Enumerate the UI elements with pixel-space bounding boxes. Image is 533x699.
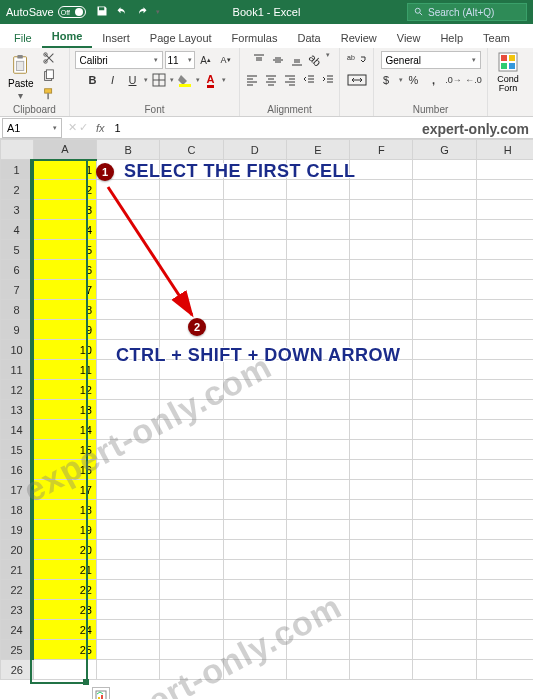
cell-D20[interactable] bbox=[223, 540, 286, 560]
cell-G14[interactable] bbox=[413, 420, 476, 440]
cell-C3[interactable] bbox=[160, 200, 223, 220]
cell-B1[interactable] bbox=[97, 160, 160, 180]
row-header-16[interactable]: 16 bbox=[1, 460, 34, 480]
cell-F5[interactable] bbox=[350, 240, 413, 260]
quick-analysis-button[interactable] bbox=[92, 687, 110, 699]
cell-H18[interactable] bbox=[476, 500, 533, 520]
cell-E21[interactable] bbox=[286, 560, 349, 580]
cell-F10[interactable] bbox=[350, 340, 413, 360]
cell-B2[interactable] bbox=[97, 180, 160, 200]
cell-C1[interactable] bbox=[160, 160, 223, 180]
cell-F8[interactable] bbox=[350, 300, 413, 320]
align-left-button[interactable] bbox=[243, 71, 261, 89]
tab-view[interactable]: View bbox=[387, 28, 431, 48]
cell-C9[interactable] bbox=[160, 320, 223, 340]
font-name-select[interactable]: Calibri▾ bbox=[75, 51, 163, 69]
row-header-21[interactable]: 21 bbox=[1, 560, 34, 580]
cell-D16[interactable] bbox=[223, 460, 286, 480]
cell-B21[interactable] bbox=[97, 560, 160, 580]
cell-C8[interactable] bbox=[160, 300, 223, 320]
underline-button[interactable]: U bbox=[124, 71, 142, 89]
cell-F3[interactable] bbox=[350, 200, 413, 220]
cell-F13[interactable] bbox=[350, 400, 413, 420]
col-header-C[interactable]: C bbox=[160, 140, 223, 160]
decrease-font-button[interactable]: A▾ bbox=[217, 51, 235, 69]
cell-H11[interactable] bbox=[476, 360, 533, 380]
cell-G11[interactable] bbox=[413, 360, 476, 380]
cell-H9[interactable] bbox=[476, 320, 533, 340]
tab-file[interactable]: File bbox=[4, 28, 42, 48]
cell-E19[interactable] bbox=[286, 520, 349, 540]
cell-E22[interactable] bbox=[286, 580, 349, 600]
italic-button[interactable]: I bbox=[104, 71, 122, 89]
row-header-7[interactable]: 7 bbox=[1, 280, 34, 300]
cell-G7[interactable] bbox=[413, 280, 476, 300]
paste-button[interactable]: Paste ▾ bbox=[4, 51, 38, 103]
align-top-button[interactable] bbox=[250, 51, 268, 69]
chevron-down-icon[interactable]: ▾ bbox=[222, 76, 226, 84]
cell-D24[interactable] bbox=[223, 620, 286, 640]
row-header-22[interactable]: 22 bbox=[1, 580, 34, 600]
tab-team[interactable]: Team bbox=[473, 28, 520, 48]
cell-G2[interactable] bbox=[413, 180, 476, 200]
cell-F17[interactable] bbox=[350, 480, 413, 500]
cell-E9[interactable] bbox=[286, 320, 349, 340]
cell-E17[interactable] bbox=[286, 480, 349, 500]
bold-button[interactable]: B bbox=[84, 71, 102, 89]
cell-C6[interactable] bbox=[160, 260, 223, 280]
autosave-toggle[interactable]: AutoSave Off bbox=[6, 6, 86, 18]
cell-A12[interactable]: 12 bbox=[33, 380, 96, 400]
copy-icon[interactable] bbox=[42, 69, 56, 85]
cell-B17[interactable] bbox=[97, 480, 160, 500]
cell-A5[interactable]: 5 bbox=[33, 240, 96, 260]
row-header-14[interactable]: 14 bbox=[1, 420, 34, 440]
cell-A6[interactable]: 6 bbox=[33, 260, 96, 280]
cell-F2[interactable] bbox=[350, 180, 413, 200]
row-header-17[interactable]: 17 bbox=[1, 480, 34, 500]
cancel-formula-icon[interactable]: ✕ bbox=[68, 121, 77, 134]
cell-F1[interactable] bbox=[350, 160, 413, 180]
cut-icon[interactable] bbox=[42, 51, 56, 67]
col-header-G[interactable]: G bbox=[413, 140, 476, 160]
cell-G15[interactable] bbox=[413, 440, 476, 460]
cell-E6[interactable] bbox=[286, 260, 349, 280]
cell-F7[interactable] bbox=[350, 280, 413, 300]
cell-H6[interactable] bbox=[476, 260, 533, 280]
fx-button[interactable]: fx bbox=[92, 122, 109, 134]
cell-G17[interactable] bbox=[413, 480, 476, 500]
cell-H3[interactable] bbox=[476, 200, 533, 220]
cell-G1[interactable] bbox=[413, 160, 476, 180]
accounting-format-button[interactable]: $ bbox=[379, 71, 397, 89]
cell-B20[interactable] bbox=[97, 540, 160, 560]
cell-C11[interactable] bbox=[160, 360, 223, 380]
cell-D1[interactable] bbox=[223, 160, 286, 180]
tab-insert[interactable]: Insert bbox=[92, 28, 140, 48]
orientation-button[interactable]: ab bbox=[307, 51, 325, 69]
cell-A26[interactable] bbox=[33, 660, 96, 680]
row-header-25[interactable]: 25 bbox=[1, 640, 34, 660]
cell-F19[interactable] bbox=[350, 520, 413, 540]
cell-A22[interactable]: 22 bbox=[33, 580, 96, 600]
cell-E1[interactable] bbox=[286, 160, 349, 180]
row-header-9[interactable]: 9 bbox=[1, 320, 34, 340]
decrease-indent-button[interactable] bbox=[300, 71, 318, 89]
cell-B7[interactable] bbox=[97, 280, 160, 300]
cell-C17[interactable] bbox=[160, 480, 223, 500]
cell-H17[interactable] bbox=[476, 480, 533, 500]
cell-C24[interactable] bbox=[160, 620, 223, 640]
select-all-corner[interactable] bbox=[1, 140, 34, 160]
cell-E2[interactable] bbox=[286, 180, 349, 200]
cell-H26[interactable] bbox=[476, 660, 533, 680]
cell-C21[interactable] bbox=[160, 560, 223, 580]
cell-A23[interactable]: 23 bbox=[33, 600, 96, 620]
undo-icon[interactable] bbox=[116, 5, 128, 19]
col-header-E[interactable]: E bbox=[286, 140, 349, 160]
cell-A14[interactable]: 14 bbox=[33, 420, 96, 440]
cell-E15[interactable] bbox=[286, 440, 349, 460]
cell-F12[interactable] bbox=[350, 380, 413, 400]
align-right-button[interactable] bbox=[281, 71, 299, 89]
row-header-10[interactable]: 10 bbox=[1, 340, 34, 360]
fill-color-button[interactable] bbox=[176, 71, 194, 89]
cell-A8[interactable]: 8 bbox=[33, 300, 96, 320]
cell-A15[interactable]: 15 bbox=[33, 440, 96, 460]
